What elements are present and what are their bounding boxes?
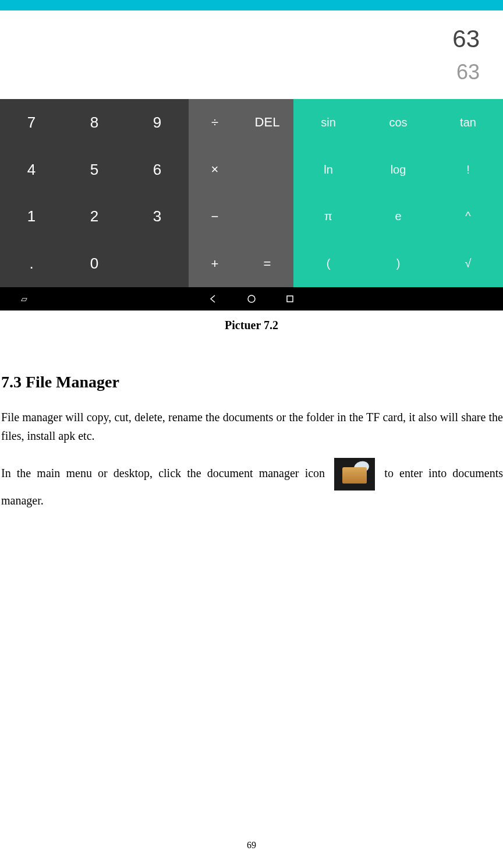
key-lparen[interactable]: ( [293,240,363,287]
key-empty [126,240,189,287]
key-3[interactable]: 3 [126,193,189,241]
paragraph-2: In the main menu or desktop, click the d… [1,458,503,510]
key-multiply[interactable]: × [189,146,241,193]
display-expression: 63 [452,25,480,53]
scientific-pad: sin cos tan ln log ! π e ^ ( ) √ [293,99,503,287]
file-manager-icon [334,458,375,491]
key-factorial[interactable]: ! [433,146,503,193]
key-sin[interactable]: sin [293,99,363,146]
key-8[interactable]: 8 [63,99,126,146]
recent-icon[interactable] [285,294,295,304]
key-2[interactable]: 2 [63,193,126,241]
key-1[interactable]: 1 [0,193,63,241]
key-plus[interactable]: + [189,240,241,287]
key-op-empty-1 [241,146,293,193]
key-equals[interactable]: = [241,240,293,287]
para2-text-pre: In the main menu or desktop, click the d… [1,467,325,479]
key-delete[interactable]: DEL [241,99,293,146]
numeric-pad: 7 8 9 4 5 6 1 2 3 . 0 [0,99,189,287]
svg-rect-1 [287,296,293,302]
key-ln[interactable]: ln [293,146,363,193]
key-pi[interactable]: π [293,193,363,241]
key-divide[interactable]: ÷ [189,99,241,146]
key-cos[interactable]: cos [363,99,433,146]
paragraph-1: File manager will copy, cut, delete, ren… [1,408,503,445]
display-result: 63 [456,60,480,84]
key-tan[interactable]: tan [433,99,503,146]
key-4[interactable]: 4 [0,146,63,193]
home-icon[interactable] [247,294,256,304]
navigation-bar: ▱ [0,287,503,310]
status-bar [0,0,503,10]
svg-point-0 [248,295,255,302]
key-log[interactable]: log [363,146,433,193]
key-7[interactable]: 7 [0,99,63,146]
calculator-display: 63 63 [0,10,503,99]
key-sqrt[interactable]: √ [433,240,503,287]
key-power[interactable]: ^ [433,193,503,241]
key-5[interactable]: 5 [63,146,126,193]
key-rparen[interactable]: ) [363,240,433,287]
key-9[interactable]: 9 [126,99,189,146]
back-icon[interactable] [208,294,218,304]
key-dot[interactable]: . [0,240,63,287]
operator-pad: ÷ DEL × − + = [189,99,293,287]
section-heading: 7.3 File Manager [1,373,503,391]
page-number: 69 [247,840,256,851]
calculator-screenshot: 63 63 7 8 9 4 5 6 1 2 3 . 0 ÷ DEL × − + … [0,0,503,310]
key-e[interactable]: e [363,193,433,241]
key-0[interactable]: 0 [63,240,126,287]
figure-caption: Pictuer 7.2 [0,319,503,332]
key-minus[interactable]: − [189,193,241,241]
key-op-empty-2 [241,193,293,241]
keypad: 7 8 9 4 5 6 1 2 3 . 0 ÷ DEL × − + = sin … [0,99,503,287]
nav-handle-icon[interactable]: ▱ [21,294,27,304]
key-6[interactable]: 6 [126,146,189,193]
